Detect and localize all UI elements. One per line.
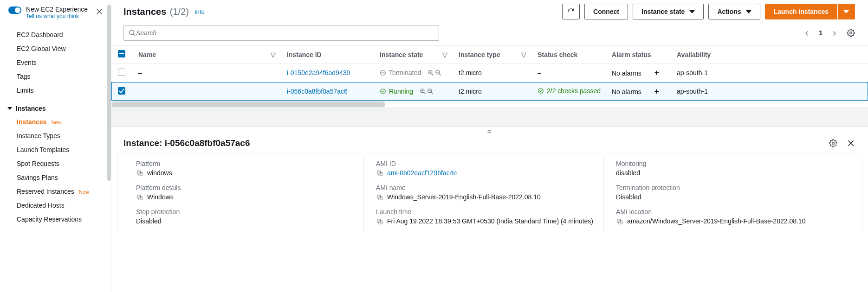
- add-alarm-button[interactable]: +: [652, 86, 662, 96]
- sidebar-item-instance-types[interactable]: Instance Types: [0, 129, 111, 143]
- info-link[interactable]: Info: [194, 8, 205, 15]
- pager-next[interactable]: [831, 29, 838, 37]
- ami-id-link[interactable]: ami-0b02eacf129bfac4e: [387, 169, 457, 177]
- state-label: Terminated: [389, 69, 421, 76]
- sidebar-item-ec2-global-view[interactable]: EC2 Global View: [0, 42, 111, 56]
- table-settings-button[interactable]: [847, 29, 855, 37]
- column-label: Name: [138, 51, 156, 58]
- field-label: Stop protection: [136, 208, 354, 216]
- column-header-status-check[interactable]: Status check: [531, 46, 605, 63]
- field-value: disabled: [616, 169, 834, 177]
- cell-name: –: [132, 82, 280, 101]
- details-panel: = Instance: i-056c0a8fbf0a57ac6 Platform: [111, 127, 868, 292]
- sidebar-item-limits[interactable]: Limits: [0, 83, 111, 97]
- instance-id-link[interactable]: i-056c0a8fbf0a57ac6: [287, 88, 348, 95]
- cell-alarm: No alarms +: [605, 63, 670, 83]
- launch-instances-dropdown[interactable]: [837, 4, 855, 19]
- state-filter-icons[interactable]: [428, 70, 441, 76]
- scrollbar-thumb[interactable]: [111, 102, 385, 107]
- chevron-down-icon: [843, 10, 849, 13]
- copy-icon[interactable]: [616, 218, 623, 225]
- svg-line-16: [424, 92, 426, 94]
- gear-icon: [847, 29, 855, 37]
- new-experience-banner: New EC2 Experience Tell us what you thin…: [0, 5, 111, 21]
- sidebar-item-reserved-instances[interactable]: Reserved Instances New: [0, 184, 111, 198]
- field-label: Platform: [136, 160, 354, 167]
- column-header-alarm-status[interactable]: Alarm status: [605, 46, 670, 63]
- field-value: Fri Aug 19 2022 18:39:53 GMT+0530 (India…: [376, 217, 594, 225]
- details-settings-button[interactable]: [829, 139, 837, 147]
- add-alarm-button[interactable]: +: [652, 68, 662, 78]
- copy-icon[interactable]: [376, 170, 383, 177]
- copy-icon[interactable]: [376, 194, 383, 201]
- sidebar-top-list: EC2 Dashboard EC2 Global View Events Tag…: [0, 21, 111, 97]
- details-title: Instance: i-056c0a8fbf0a57ac6: [123, 138, 250, 148]
- new-experience-toggle[interactable]: [8, 6, 21, 14]
- new-experience-feedback-link[interactable]: Tell us what you think: [26, 13, 88, 19]
- pager-prev[interactable]: [803, 29, 810, 37]
- table-row[interactable]: – i-056c0a8fbf0a57ac6 Running t2.micro: [111, 82, 868, 101]
- column-label: Instance type: [459, 51, 500, 58]
- search-box[interactable]: [123, 25, 439, 41]
- column-header-availability[interactable]: Availability: [670, 46, 868, 63]
- copy-icon[interactable]: [136, 170, 143, 177]
- sort-icon[interactable]: ▽: [271, 51, 276, 58]
- sidebar-item-savings-plans[interactable]: Savings Plans: [0, 171, 111, 184]
- copy-icon[interactable]: [376, 218, 383, 225]
- column-header-instance-id[interactable]: Instance ID: [280, 46, 373, 63]
- actions-button[interactable]: Actions: [708, 4, 760, 19]
- details-title-prefix: Instance:: [123, 138, 165, 148]
- cell-type: t2.micro: [452, 82, 531, 101]
- cell-name: –: [132, 63, 280, 83]
- row-checkbox[interactable]: [118, 87, 125, 95]
- sidebar-item-tags[interactable]: Tags: [0, 70, 111, 83]
- details-close-button[interactable]: [847, 139, 855, 147]
- field-label: AMI location: [616, 208, 834, 216]
- sidebar-section-instances[interactable]: Instances: [0, 97, 111, 115]
- new-badge: New: [79, 189, 89, 195]
- row-checkbox[interactable]: [118, 69, 125, 76]
- svg-point-23: [832, 142, 835, 145]
- copy-icon[interactable]: [136, 194, 143, 201]
- sidebar-item-spot-requests[interactable]: Spot Requests: [0, 157, 111, 171]
- field-label: Platform details: [136, 184, 354, 191]
- sidebar-item-events[interactable]: Events: [0, 56, 111, 70]
- table-horizontal-scrollbar[interactable]: [111, 101, 868, 107]
- search-input[interactable]: [136, 29, 434, 37]
- page-title-text: Instances: [123, 6, 166, 17]
- close-icon[interactable]: [93, 6, 105, 17]
- refresh-button[interactable]: [562, 4, 580, 19]
- connect-button[interactable]: Connect: [584, 4, 628, 19]
- sidebar-item-launch-templates[interactable]: Launch Templates: [0, 143, 111, 157]
- column-header-instance-type[interactable]: Instance type ▽: [452, 46, 531, 63]
- column-header-select[interactable]: [111, 46, 132, 63]
- sort-icon[interactable]: ▽: [442, 51, 447, 58]
- field-label: Monitoring: [616, 160, 834, 167]
- sidebar-item-capacity-reservations[interactable]: Capacity Reservations: [0, 212, 111, 226]
- pager: 1: [803, 29, 855, 37]
- table-row[interactable]: – i-0150e2a94f6ad9439 Terminated t2.mic: [111, 63, 868, 83]
- chevron-down-icon: [689, 10, 695, 13]
- sidebar-item-ec2-dashboard[interactable]: EC2 Dashboard: [0, 28, 111, 42]
- sort-icon[interactable]: ▽: [521, 51, 526, 58]
- sidebar-item-instances[interactable]: Instances New: [0, 115, 111, 129]
- launch-instances-button[interactable]: Launch instances: [765, 4, 837, 19]
- column-header-name[interactable]: Name ▽: [132, 46, 280, 63]
- details-body: Platform windows Platform details Window…: [117, 153, 862, 232]
- column-header-instance-state[interactable]: Instance state ▽: [373, 46, 452, 63]
- instance-state: Running: [380, 88, 446, 95]
- select-all-checkbox[interactable]: [118, 50, 125, 57]
- field-value: ami-0b02eacf129bfac4e: [376, 169, 594, 177]
- check-circle-icon: [380, 88, 386, 95]
- instance-state-button[interactable]: Instance state: [633, 4, 704, 19]
- cell-type: t2.micro: [452, 63, 531, 83]
- panel-gap: [111, 107, 868, 127]
- cell-alarm: No alarms +: [605, 82, 670, 101]
- sidebar-scrollbar[interactable]: [107, 5, 111, 181]
- panel-drag-handle[interactable]: =: [111, 127, 868, 136]
- alarm-label: No alarms: [612, 70, 641, 77]
- state-filter-icons[interactable]: [420, 88, 434, 95]
- svg-line-8: [432, 74, 434, 76]
- instance-id-link[interactable]: i-0150e2a94f6ad9439: [287, 69, 350, 76]
- sidebar-item-dedicated-hosts[interactable]: Dedicated Hosts: [0, 198, 111, 212]
